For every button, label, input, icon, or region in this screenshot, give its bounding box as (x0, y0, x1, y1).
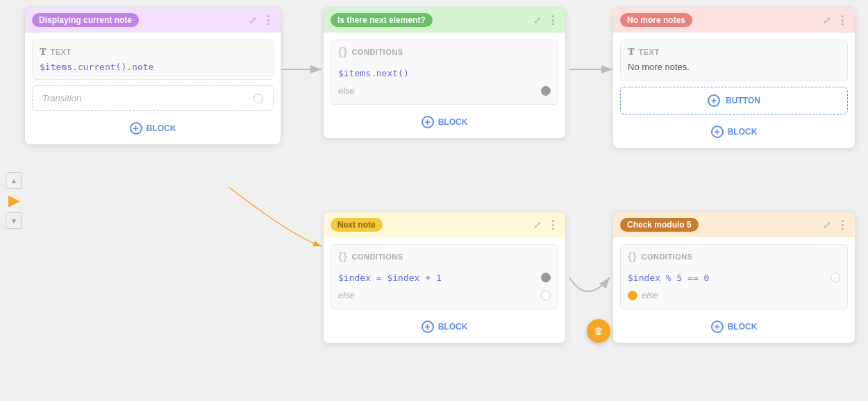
card4-code: $index = $index + 1 (338, 273, 442, 283)
nav-down-btn[interactable]: ▼ (6, 212, 22, 229)
card4-add-block-btn[interactable]: + BLOCK (331, 315, 558, 336)
card2-plus-icon: + (422, 116, 434, 128)
card5-conditions-section: {} CONDITIONS $index % 5 == 0 else (620, 244, 848, 309)
card1-body: 𝐓 TEXT $items.current().note Transition … (25, 33, 281, 144)
card4-expand-icon[interactable]: ⤢ (533, 219, 542, 230)
delete-button[interactable]: 🗑 (587, 319, 610, 343)
card1-label: Displaying current note (32, 13, 139, 27)
card1-transition-dot[interactable] (253, 94, 263, 103)
card4-else-dot[interactable] (541, 291, 551, 300)
nav-right-indicator: ▶ (8, 191, 20, 210)
card2-braces-icon: {} (338, 46, 347, 58)
card-is-there-next: Is there next element? ⤢ ⋮ {} CONDITIONS… (323, 7, 566, 139)
card2-add-block-btn[interactable]: + BLOCK (331, 110, 558, 131)
nav-up-btn[interactable]: ▲ (6, 172, 22, 189)
card4-plus-icon: + (422, 321, 434, 333)
card1-transition-block[interactable]: Transition (32, 85, 274, 111)
card2-header-icons: ⤢ ⋮ (533, 14, 558, 27)
card3-static-text: No more notes. (628, 62, 840, 72)
card5-header-icons: ⤢ ⋮ (823, 219, 848, 232)
card-no-more-notes: No more notes ⤢ ⋮ 𝐓 TEXT No more notes. … (612, 7, 856, 148)
card3-add-block-btn[interactable]: + BLOCK (620, 120, 848, 141)
card2-code: $items.next() (338, 68, 409, 78)
card3-header: No more notes ⤢ ⋮ (613, 8, 855, 33)
trash-icon: 🗑 (594, 325, 603, 336)
card2-else-label: else (338, 85, 355, 96)
card3-menu-icon[interactable]: ⋮ (837, 14, 848, 27)
card2-else-row: else (338, 83, 551, 99)
card3-button-block[interactable]: + BUTTON (620, 87, 848, 114)
card3-header-icons: ⤢ ⋮ (823, 14, 848, 27)
card2-add-block-label: BLOCK (438, 117, 468, 127)
card1-expand-icon[interactable]: ⤢ (249, 15, 257, 26)
card4-else-label: else (338, 290, 355, 300)
card1-code: $items.current().note (40, 62, 266, 72)
card5-section-title: {} CONDITIONS (628, 250, 840, 263)
card2-expand-icon[interactable]: ⤢ (533, 15, 542, 26)
card2-section-title: {} CONDITIONS (338, 46, 551, 58)
card5-code: $index % 5 == 0 (628, 273, 709, 283)
card5-else-label: else (642, 290, 658, 300)
nav-arrows: ▲ ▶ ▼ (6, 172, 22, 229)
card3-text-section: 𝐓 TEXT No more notes. (620, 40, 848, 81)
card4-header: Next note ⤢ ⋮ (324, 212, 565, 237)
card1-menu-icon[interactable]: ⋮ (262, 14, 274, 27)
card3-body: 𝐓 TEXT No more notes. + BUTTON + BLOCK (613, 33, 855, 148)
card2-section-type-label: CONDITIONS (351, 48, 403, 56)
card4-else-row: else (338, 287, 551, 303)
card5-add-block-label: BLOCK (728, 322, 758, 332)
card1-add-block-btn[interactable]: + BLOCK (32, 117, 274, 137)
card1-add-block-label: BLOCK (147, 123, 176, 133)
card-next-note: Next note ⤢ ⋮ {} CONDITIONS $index = $in… (323, 212, 566, 343)
card2-code-row: $items.next() (338, 62, 551, 83)
card5-body: {} CONDITIONS $index % 5 == 0 else + BLO… (613, 237, 855, 343)
card1-section-title: 𝐓 TEXT (40, 46, 266, 58)
card5-braces-icon: {} (628, 250, 637, 263)
card1-header: Displaying current note ⤢ ⋮ (25, 8, 281, 33)
card5-menu-icon[interactable]: ⋮ (837, 219, 848, 232)
card4-label: Next note (331, 218, 383, 232)
card5-section-type-label: CONDITIONS (641, 253, 692, 261)
card5-else-active-dot[interactable] (628, 291, 637, 300)
card1-text-section: 𝐓 TEXT $items.current().note (32, 40, 274, 80)
card4-menu-icon[interactable]: ⋮ (547, 219, 558, 232)
card3-section-type-label: TEXT (639, 48, 660, 56)
card5-add-block-btn[interactable]: + BLOCK (620, 315, 848, 336)
card4-conditions-section: {} CONDITIONS $index = $index + 1 else (331, 244, 558, 309)
card4-add-block-label: BLOCK (438, 322, 468, 332)
card1-transition-label: Transition (42, 93, 81, 103)
card-displaying-current-note: Displaying current note ⤢ ⋮ 𝐓 TEXT $item… (24, 7, 281, 145)
card1-header-icons: ⤢ ⋮ (249, 14, 274, 27)
card4-section-title: {} CONDITIONS (338, 250, 551, 263)
card4-body: {} CONDITIONS $index = $index + 1 else +… (324, 237, 565, 343)
card5-expand-icon[interactable]: ⤢ (823, 219, 831, 230)
card4-section-type-label: CONDITIONS (351, 253, 403, 261)
card2-header: Is there next element? ⤢ ⋮ (324, 8, 565, 33)
card2-conditions-section: {} CONDITIONS $items.next() else (331, 40, 558, 105)
card5-code-dot[interactable] (831, 273, 840, 282)
card2-label: Is there next element? (331, 13, 433, 27)
card5-plus-icon: + (711, 321, 724, 333)
card5-header: Check modulo 5 ⤢ ⋮ (613, 212, 855, 237)
card4-header-icons: ⤢ ⋮ (533, 219, 558, 232)
card4-braces-icon: {} (338, 250, 347, 263)
card3-button-plus-icon: + (708, 94, 720, 107)
card4-code-row: $index = $index + 1 (338, 267, 551, 287)
card3-section-title: 𝐓 TEXT (628, 46, 840, 58)
card2-body: {} CONDITIONS $items.next() else + BLOCK (324, 33, 565, 138)
card1-plus-icon: + (130, 122, 142, 135)
card3-label: No more notes (620, 13, 692, 27)
card3-expand-icon[interactable]: ⤢ (823, 15, 831, 26)
card4-code-dot[interactable] (541, 273, 551, 282)
card3-plus-icon: + (711, 126, 724, 138)
card2-else-dot[interactable] (541, 86, 551, 96)
card3-add-block-label: BLOCK (728, 127, 758, 137)
card5-code-row: $index % 5 == 0 (628, 267, 840, 287)
card1-section-type-label: TEXT (51, 48, 72, 56)
card-check-modulo: Check modulo 5 ⤢ ⋮ {} CONDITIONS $index … (612, 212, 856, 343)
card3-button-label: BUTTON (726, 96, 760, 105)
card2-menu-icon[interactable]: ⋮ (547, 14, 558, 27)
card5-label: Check modulo 5 (620, 218, 699, 232)
card5-else-row: else (628, 287, 840, 303)
card1-text-icon: 𝐓 (40, 46, 47, 58)
